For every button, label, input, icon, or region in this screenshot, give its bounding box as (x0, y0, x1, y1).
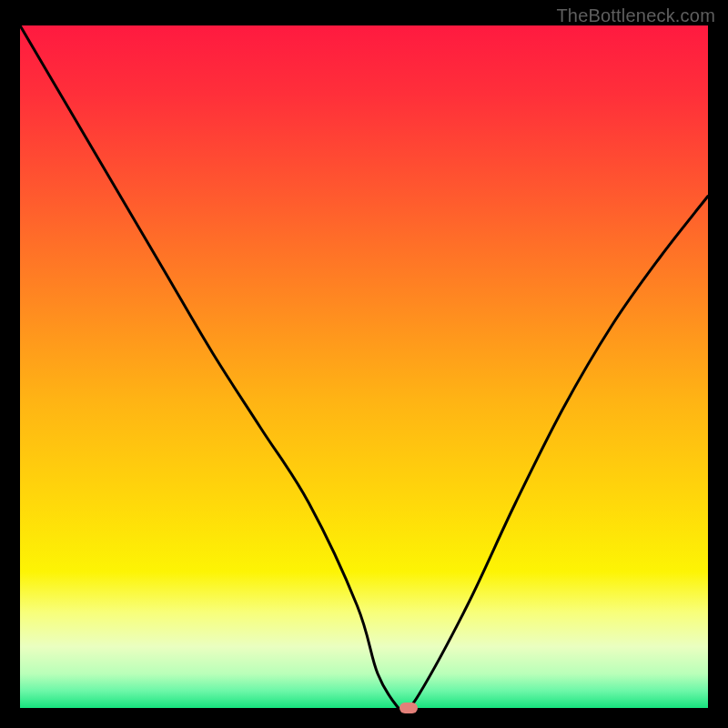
optimum-marker (399, 703, 418, 713)
chart-svg (20, 25, 708, 708)
chart-frame: TheBottleneck.com (0, 0, 728, 728)
watermark-text: TheBottleneck.com (556, 5, 715, 26)
plot-area (20, 25, 708, 708)
gradient-bg (20, 25, 708, 708)
